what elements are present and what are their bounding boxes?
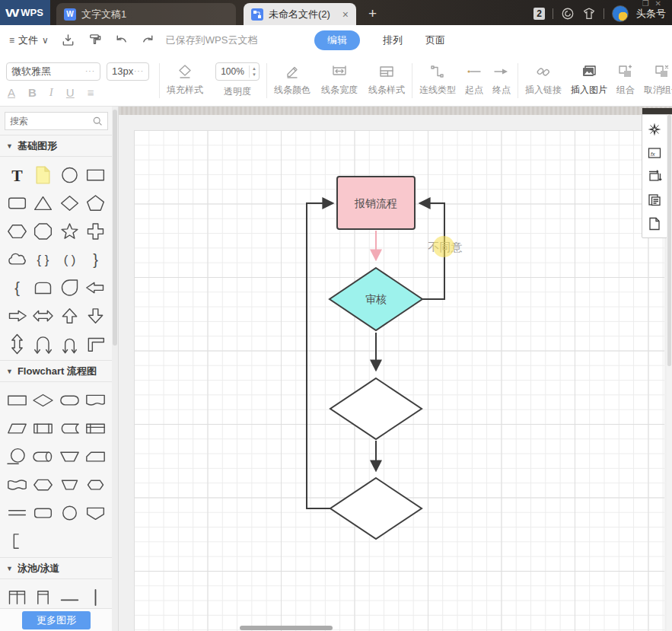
ungroup-button[interactable]: 取消组合 bbox=[644, 64, 672, 97]
canvas-vertical-thumb[interactable] bbox=[667, 115, 671, 366]
pan-navigator-icon[interactable] bbox=[647, 122, 662, 137]
arrow-double-vertical-shape[interactable] bbox=[5, 333, 29, 355]
tab-arrange[interactable]: 排列 bbox=[383, 33, 403, 47]
manual-operation-shape[interactable] bbox=[57, 445, 81, 468]
spin-up-icon[interactable]: ▲ bbox=[252, 65, 256, 72]
undo-button[interactable] bbox=[114, 33, 129, 47]
direct-access-shape[interactable] bbox=[31, 445, 56, 468]
shape-search[interactable] bbox=[5, 112, 108, 130]
canvas-horizontal-thumb[interactable] bbox=[240, 626, 333, 630]
export-button[interactable] bbox=[61, 33, 75, 47]
arrow-left-shape[interactable] bbox=[84, 276, 108, 299]
circle-shape[interactable] bbox=[57, 164, 81, 186]
pool-single-shape[interactable] bbox=[31, 586, 56, 609]
line-end-button[interactable]: 终点 bbox=[492, 64, 511, 97]
line-color-button[interactable]: 线条颜色 bbox=[274, 64, 311, 97]
more-shapes-button[interactable]: 更多图形 bbox=[22, 611, 91, 629]
section-basic-shapes[interactable]: ▼ 基础图形 bbox=[0, 135, 113, 157]
tab-edit[interactable]: 编辑 bbox=[314, 30, 360, 50]
teardrop-shape[interactable] bbox=[57, 276, 81, 299]
canvas-vertical-scrollbar[interactable] bbox=[667, 115, 672, 631]
format-panel-icon[interactable]: fx bbox=[647, 145, 662, 161]
preparation-hexagon-shape[interactable] bbox=[84, 473, 108, 496]
edge-return-left[interactable] bbox=[307, 203, 333, 508]
connector-type-button[interactable]: 连线类型 bbox=[419, 64, 456, 97]
bracket-shape[interactable] bbox=[5, 530, 29, 553]
internal-storage-shape[interactable] bbox=[84, 417, 108, 440]
manual-input-shape[interactable] bbox=[57, 473, 81, 496]
or-junction-shape[interactable] bbox=[5, 445, 29, 468]
group-button[interactable]: 组合 bbox=[616, 64, 635, 97]
brace-right-shape[interactable]: } bbox=[84, 248, 108, 271]
new-page-icon[interactable] bbox=[647, 216, 662, 231]
search-input[interactable] bbox=[10, 116, 92, 126]
triangle-shape[interactable] bbox=[31, 192, 56, 215]
spinner-arrows[interactable]: ▲ ▼ bbox=[249, 65, 259, 78]
wps-home-button[interactable]: W WPS bbox=[0, 0, 50, 25]
node-decision-2[interactable] bbox=[330, 478, 422, 539]
tab-count-badge[interactable]: 2 bbox=[533, 8, 545, 20]
redo-button[interactable] bbox=[141, 33, 155, 47]
page-setup-icon[interactable] bbox=[647, 169, 662, 184]
arrow-down-shape[interactable] bbox=[84, 304, 108, 327]
rounded-rectangle-shape[interactable] bbox=[5, 192, 29, 215]
arrow-double-horizontal-shape[interactable] bbox=[31, 304, 56, 327]
document-shape[interactable] bbox=[84, 389, 108, 412]
terminator-shape[interactable] bbox=[57, 389, 81, 412]
cross-shape[interactable] bbox=[84, 220, 108, 243]
insert-image-button[interactable]: 插入图片 bbox=[571, 64, 607, 97]
arrow-right-shape[interactable] bbox=[5, 304, 29, 327]
close-tab-icon[interactable]: × bbox=[342, 8, 349, 21]
data-shape[interactable] bbox=[5, 417, 29, 440]
tab-page[interactable]: 页面 bbox=[425, 33, 445, 47]
star-shape[interactable] bbox=[57, 220, 81, 243]
drawing-canvas[interactable]: 报销流程 审核 不同意 fx bbox=[119, 107, 672, 631]
alternate-process-shape[interactable] bbox=[31, 502, 56, 524]
lane-vertical-shape[interactable] bbox=[84, 586, 108, 609]
cloud-shape[interactable] bbox=[5, 248, 29, 271]
opacity-control[interactable]: 100% ▲ ▼ 透明度 bbox=[215, 62, 260, 98]
arrow-up-shape[interactable] bbox=[57, 304, 81, 327]
file-menu-button[interactable]: ≡ 文件 ∨ bbox=[9, 33, 49, 47]
rectangle-shape[interactable] bbox=[84, 164, 108, 186]
align-button[interactable]: ≡ bbox=[88, 86, 94, 99]
arrow-u-turn-shape[interactable] bbox=[31, 333, 56, 355]
line-style-button[interactable]: 线条样式 bbox=[368, 64, 405, 97]
braces-shape[interactable]: { } bbox=[31, 248, 56, 271]
window-restore-icon[interactable]: ❐ bbox=[642, 0, 655, 8]
account-name[interactable]: 头条号 bbox=[636, 7, 666, 21]
arrow-corner-shape[interactable] bbox=[84, 333, 108, 355]
arrow-u-turn-narrow-shape[interactable] bbox=[57, 333, 81, 355]
tab-flowchart-document[interactable]: 未命名文件(2) × bbox=[244, 3, 356, 25]
tape-shape[interactable] bbox=[5, 473, 29, 496]
section-swimlane[interactable]: ▼ 泳池/泳道 bbox=[0, 557, 113, 579]
pool-double-shape[interactable] bbox=[5, 586, 29, 609]
line-width-button[interactable]: 线条宽度 bbox=[321, 64, 358, 97]
off-page-shape[interactable] bbox=[84, 502, 108, 524]
fill-style-button[interactable]: 填充样式 bbox=[167, 64, 203, 97]
octagon-shape[interactable] bbox=[31, 220, 56, 243]
underline-button[interactable]: U bbox=[66, 86, 75, 99]
font-size-select[interactable]: 13px ··· bbox=[107, 62, 149, 81]
font-name-select[interactable]: 微软雅黑 ··· bbox=[6, 62, 100, 81]
promo-circle-icon[interactable] bbox=[561, 7, 575, 21]
text-shape[interactable]: T bbox=[5, 164, 29, 186]
double-line-shape[interactable] bbox=[5, 502, 29, 524]
user-avatar[interactable] bbox=[612, 5, 629, 22]
italic-button[interactable]: I bbox=[49, 86, 53, 99]
node-decision-1[interactable] bbox=[330, 378, 422, 439]
preparation-shape[interactable] bbox=[31, 473, 56, 496]
sticky-note-shape[interactable] bbox=[31, 164, 56, 186]
hexagon-shape[interactable] bbox=[5, 220, 29, 243]
brace-left-shape[interactable]: { bbox=[5, 276, 29, 299]
parentheses-shape[interactable]: ( ) bbox=[57, 248, 81, 271]
diamond-shape[interactable] bbox=[57, 192, 81, 215]
format-painter-button[interactable] bbox=[88, 33, 102, 47]
window-close-icon[interactable]: ✕ bbox=[655, 0, 667, 8]
stored-data-shape[interactable] bbox=[57, 417, 81, 440]
font-color-button[interactable]: A bbox=[8, 86, 15, 99]
process-shape[interactable] bbox=[5, 389, 29, 412]
bold-button[interactable]: B bbox=[28, 86, 37, 99]
insert-link-button[interactable]: 插入链接 bbox=[525, 64, 562, 97]
sidebar-scroll-thumb[interactable] bbox=[113, 110, 117, 346]
